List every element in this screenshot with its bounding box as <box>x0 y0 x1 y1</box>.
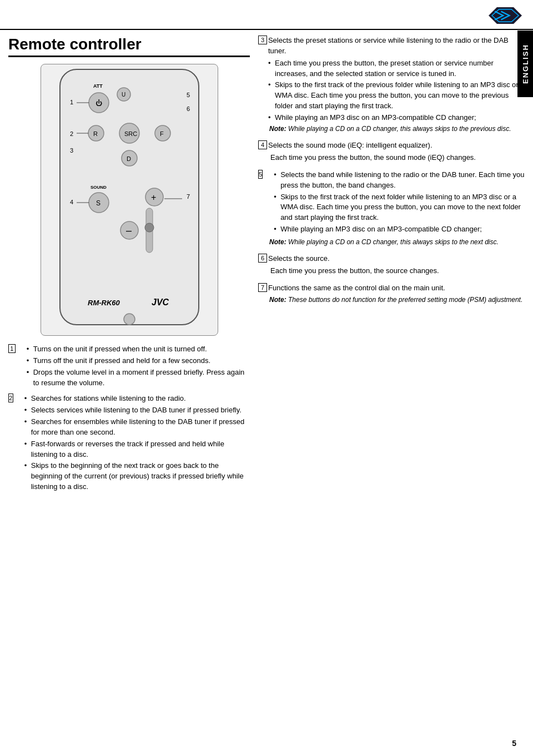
section-3-intro: Selects the preset stations or service w… <box>268 36 527 57</box>
svg-text:5: 5 <box>187 92 190 98</box>
svg-text:6: 6 <box>187 105 190 112</box>
badge-5: 5 <box>258 170 263 179</box>
section-2-bullet-4: Fast-forwards or reverses the track if p… <box>24 439 250 460</box>
svg-text:RM-RK60: RM-RK60 <box>88 299 120 307</box>
svg-text:–: – <box>126 225 132 236</box>
section-3: 3 Selects the preset stations or service… <box>258 36 527 134</box>
svg-text:7: 7 <box>187 193 190 200</box>
svg-text:U: U <box>122 92 125 98</box>
section-4-body: Each time you press the button, the soun… <box>270 153 527 163</box>
top-bar <box>0 0 533 30</box>
page-container: Remote controller ATT ⏻ 1 <box>0 0 533 756</box>
page-number: 5 <box>512 739 516 748</box>
section-2-bullet-3: Searches for ensembles while listening t… <box>24 417 250 438</box>
section-5-bullet-3: While playing an MP3 disc on an MP3-comp… <box>274 224 527 235</box>
main-content: Remote controller ATT ⏻ 1 <box>0 30 533 498</box>
svg-text:SOUND: SOUND <box>90 185 107 190</box>
svg-text:D: D <box>127 155 131 162</box>
svg-point-39 <box>124 314 135 325</box>
section-7: 7 Functions the same as the control dial… <box>258 283 527 305</box>
section-3-bullet-3: While playing an MP3 disc on an MP3-comp… <box>268 113 527 123</box>
page-title: Remote controller <box>8 36 250 57</box>
section-5-note: Note: While playing a CD on a CD changer… <box>269 238 527 247</box>
svg-text:+: + <box>151 193 156 202</box>
section-3-note: Note: While playing a CD on a CD changer… <box>269 124 527 134</box>
section-5: 5 Selects the band while listening to th… <box>258 170 527 247</box>
section-2-list: Searches for stations while listening to… <box>24 394 250 493</box>
section-7-note: Note: These buttons do not function for … <box>269 295 527 305</box>
section-2: 2 Searches for stations while listening … <box>8 394 250 493</box>
section-5-bullet-2: Skips to the first track of the next fol… <box>274 192 527 224</box>
section-1-list: Turns on the unit if pressed when the un… <box>27 344 250 389</box>
badge-3: 3 <box>258 36 267 44</box>
section-4: 4 Selects the sound mode (iEQ: intellige… <box>258 140 527 163</box>
section-1-bullet-1: Turns on the unit if pressed when the un… <box>27 344 250 355</box>
section-3-bullet-1: Each time you press the button, the pres… <box>268 58 527 79</box>
section-6-body: Each time you press the button, the sour… <box>270 266 527 276</box>
svg-rect-2 <box>60 69 199 325</box>
section-2-bullet-5: Skips to the beginning of the next track… <box>24 461 250 492</box>
section-1-bullet-2: Turns off the unit if pressed and held f… <box>27 356 250 366</box>
left-column: Remote controller ATT ⏻ 1 <box>0 36 255 498</box>
remote-svg: ATT ⏻ 1 U 5 6 R <box>43 67 215 333</box>
badge-2: 2 <box>8 394 13 402</box>
svg-text:JVC: JVC <box>152 298 169 307</box>
svg-text:3: 3 <box>70 147 73 154</box>
language-sidebar: ENGLISH <box>517 31 533 97</box>
svg-point-36 <box>145 223 154 232</box>
section-3-list: Each time you press the button, the pres… <box>268 58 527 123</box>
badge-4: 4 <box>258 140 267 149</box>
section-3-bullet-2: Skips to the first track of the previous… <box>268 80 527 112</box>
badge-1: 1 <box>8 344 16 353</box>
svg-text:4: 4 <box>70 199 73 205</box>
section-5-list: Selects the band while listening to the … <box>274 170 527 236</box>
section-2-bullet-2: Selects services while listening to the … <box>24 405 250 416</box>
badge-7: 7 <box>258 283 267 292</box>
section-1-bullet-3: Drops the volume level in a moment if pr… <box>27 367 250 389</box>
badge-6: 6 <box>258 254 267 263</box>
svg-text:1: 1 <box>70 99 73 105</box>
section-5-bullet-1: Selects the band while listening to the … <box>274 170 527 191</box>
section-4-intro: Selects the sound mode (iEQ: intelligent… <box>268 140 433 151</box>
right-column: 3 Selects the preset stations or service… <box>255 36 533 498</box>
remote-controller-image: ATT ⏻ 1 U 5 6 R <box>41 64 218 336</box>
svg-text:2: 2 <box>70 130 73 137</box>
section-1: 1 Turns on the unit if pressed when the … <box>8 344 250 389</box>
svg-text:ATT: ATT <box>93 83 103 89</box>
section-6: 6 Selects the source. Each time you pres… <box>258 254 527 276</box>
section-6-intro: Selects the source. <box>268 254 330 264</box>
jvc-logo-icon <box>489 4 522 27</box>
svg-text:R: R <box>93 130 98 137</box>
section-2-bullet-1: Searches for stations while listening to… <box>24 394 250 404</box>
svg-text:SRC: SRC <box>124 130 137 137</box>
svg-text:F: F <box>160 130 164 137</box>
svg-text:⏻: ⏻ <box>95 99 102 107</box>
section-7-intro: Functions the same as the control dial o… <box>268 283 445 294</box>
svg-text:S: S <box>96 199 100 207</box>
